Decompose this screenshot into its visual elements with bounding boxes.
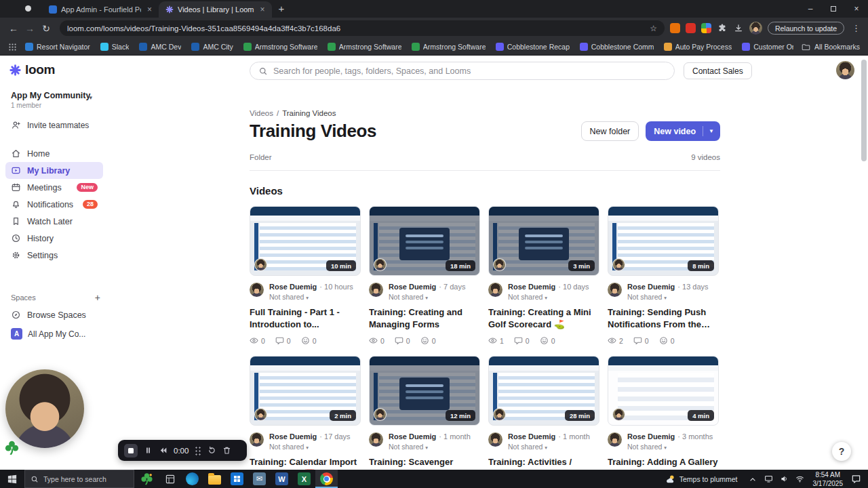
new-tab-button[interactable]: + <box>279 3 285 14</box>
workspace-selector[interactable]: App My Community 1 member ▾ <box>11 91 103 109</box>
sidebar-item-meetings[interactable]: MeetingsNew <box>5 179 103 196</box>
stop-recording-button[interactable] <box>124 444 138 458</box>
bookmark-item[interactable]: AMC Dev <box>139 43 181 51</box>
taskbar-app-mail[interactable] <box>248 470 271 488</box>
bookmark-item[interactable]: Cobblestone Comm... <box>580 43 654 51</box>
sidebar-item-my-library[interactable]: My Library <box>5 162 103 179</box>
taskbar-app-edge[interactable] <box>181 470 203 488</box>
user-avatar[interactable] <box>836 61 854 79</box>
action-center-icon[interactable] <box>851 474 861 484</box>
taskbar-search-input[interactable] <box>43 475 128 483</box>
chevron-down-icon[interactable]: ▼ <box>709 128 720 134</box>
refresh-button[interactable]: ↻ <box>38 23 54 34</box>
minimize-button[interactable]: – <box>799 0 822 18</box>
close-button[interactable]: × <box>845 0 868 18</box>
bookmark-item[interactable]: Cobblestone Recap <box>496 43 570 51</box>
trash-icon[interactable] <box>222 446 231 455</box>
share-status[interactable]: Not shared ▾ <box>508 293 589 301</box>
video-thumbnail[interactable]: 12 min <box>369 356 480 426</box>
bookmark-item[interactable]: AMC City <box>191 43 233 51</box>
browser-menu-icon[interactable]: ⋮ <box>850 23 863 33</box>
start-button[interactable] <box>0 470 24 488</box>
share-status[interactable]: Not shared ▾ <box>627 443 713 451</box>
video-title[interactable]: Full Training - Part 1 - Introduction to… <box>250 306 361 330</box>
share-status[interactable]: Not shared ▾ <box>508 443 590 451</box>
video-title[interactable]: Training: Calendar Import Setup Guide 📅 <box>250 456 361 470</box>
apps-grid-icon[interactable] <box>8 43 17 52</box>
extensions-puzzle-icon[interactable] <box>717 23 728 34</box>
browse-spaces[interactable]: Browse Spaces <box>11 310 86 320</box>
share-status[interactable]: Not shared ▾ <box>627 293 709 301</box>
bookmark-star-icon[interactable]: ☆ <box>650 24 657 33</box>
bookmark-item[interactable]: Customer Onboardi... <box>742 43 793 51</box>
tab-close-icon[interactable]: × <box>258 5 267 14</box>
extension-icon[interactable] <box>686 23 696 33</box>
profile-avatar[interactable] <box>749 22 762 35</box>
invite-teammates[interactable]: Invite teammates <box>11 120 89 130</box>
back-button[interactable]: ← <box>5 23 22 34</box>
help-button[interactable]: ? <box>832 442 851 461</box>
taskbar-search[interactable] <box>24 470 134 488</box>
drag-handle-icon[interactable] <box>195 446 201 455</box>
video-title[interactable]: Training: Creating and Managing Forms <box>369 306 480 330</box>
video-title[interactable]: Training: Creating a Mini Golf Scorecard… <box>488 306 599 330</box>
sidebar-item-home[interactable]: Home <box>5 145 103 162</box>
share-status[interactable]: Not shared ▾ <box>269 293 353 301</box>
taskbar-clock[interactable]: 8:54 AM 3/17/2025 <box>808 470 849 488</box>
bookmark-item[interactable]: Armstrong Software... <box>412 43 486 51</box>
video-title[interactable]: Training: Activities / Events <box>488 456 599 470</box>
taskbar-app-chrome[interactable] <box>315 470 338 488</box>
share-status[interactable]: Not shared ▾ <box>389 293 465 301</box>
new-folder-button[interactable]: New folder <box>581 121 639 141</box>
bookmark-item[interactable]: Armstrong Software <box>243 43 317 51</box>
share-status[interactable]: Not shared ▾ <box>269 443 351 451</box>
video-thumbnail[interactable]: 10 min <box>250 206 361 276</box>
video-thumbnail[interactable]: 4 min <box>608 356 719 426</box>
hidden-icons-chevron[interactable] <box>749 475 757 483</box>
taskbar-app-store[interactable] <box>226 470 248 488</box>
loom-logo[interactable]: loom <box>9 62 55 77</box>
add-space-button[interactable]: + <box>95 292 100 303</box>
video-thumbnail[interactable]: 8 min <box>608 206 719 276</box>
extension-icon[interactable] <box>670 23 680 33</box>
monitor-icon[interactable] <box>764 474 773 483</box>
bookmark-item[interactable]: Slack <box>100 43 130 51</box>
address-bar[interactable]: loom.com/looms/videos/Training-Videos-35… <box>60 20 665 36</box>
volume-icon[interactable] <box>780 474 789 483</box>
forward-button[interactable]: → <box>22 23 38 34</box>
sidebar-item-history[interactable]: History <box>5 230 103 247</box>
video-thumbnail[interactable]: 28 min <box>488 356 599 426</box>
bookmark-item[interactable]: Resort Navigator <box>25 43 90 51</box>
breadcrumb-parent-link[interactable]: Videos <box>250 109 273 117</box>
video-thumbnail[interactable]: 18 min <box>369 206 480 276</box>
task-view-icon[interactable] <box>165 474 176 485</box>
pause-icon[interactable] <box>144 446 153 455</box>
wifi-icon[interactable] <box>795 474 804 483</box>
relaunch-button[interactable]: Relaunch to update <box>768 22 844 35</box>
downloads-icon[interactable] <box>733 23 744 34</box>
extension-icon[interactable] <box>701 23 711 33</box>
rewind-icon[interactable] <box>159 446 167 455</box>
bookmark-item[interactable]: Auto Pay Process <box>664 43 732 51</box>
shamrock-icon[interactable] <box>140 472 154 486</box>
video-thumbnail[interactable]: 2 min <box>250 356 361 426</box>
taskbar-app-excel[interactable] <box>293 470 315 488</box>
webcam-preview-bubble[interactable] <box>5 369 84 448</box>
sidebar-item-watch-later[interactable]: Watch Later <box>5 213 103 230</box>
page-scrollbar[interactable] <box>861 60 867 161</box>
weather-widget[interactable]: Temps to plummet <box>658 474 745 485</box>
video-thumbnail[interactable]: 3 min <box>488 206 599 276</box>
video-title[interactable]: Training: Sending Push Notifications Fro… <box>608 306 719 330</box>
bookmark-item[interactable]: Armstrong Software... <box>328 43 401 51</box>
space-item[interactable]: A All App My Co... <box>11 328 102 340</box>
taskbar-app-explorer[interactable] <box>203 470 226 488</box>
browser-tab-loom[interactable]: Videos | Library | Loom × <box>159 1 272 18</box>
new-video-button[interactable]: New video ▼ <box>646 121 720 141</box>
sidebar-item-settings[interactable]: Settings <box>5 247 103 264</box>
all-bookmarks-button[interactable]: All Bookmarks <box>802 43 860 52</box>
restart-icon[interactable] <box>208 446 216 455</box>
taskbar-app-word[interactable] <box>271 470 293 488</box>
maximize-button[interactable] <box>822 0 845 18</box>
browser-tab-app-admin[interactable]: App Admin - Fourfield Pond P... × <box>42 1 159 18</box>
video-title[interactable]: Training: Adding A Gallery of Photos... <box>608 456 719 470</box>
